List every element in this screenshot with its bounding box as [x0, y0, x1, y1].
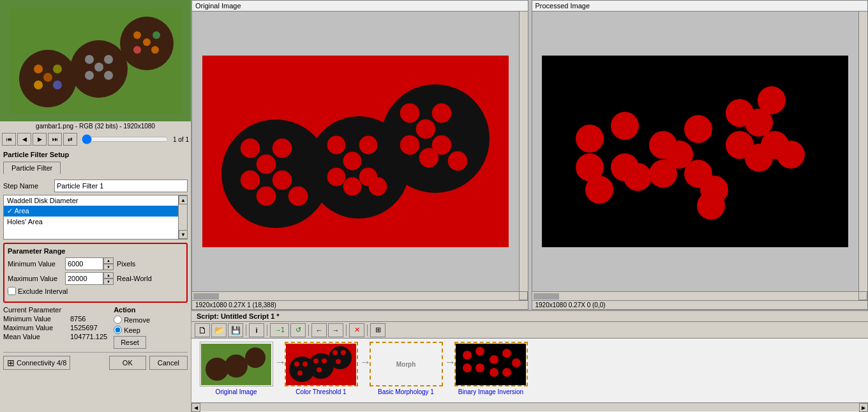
script-item-inversion: Binary Image Inversion — [453, 342, 529, 395]
thumbnail-area — [0, 0, 191, 121]
script-scrollbar-h[interactable]: ◀ ▶ — [191, 402, 868, 411]
script-thumb-threshold — [286, 344, 356, 385]
current-min-row: Minimum Value 8756 — [3, 315, 107, 323]
min-value-input[interactable] — [65, 257, 103, 270]
proc-header: Processed Image — [532, 1, 868, 11]
script-title: Script: — [197, 312, 219, 320]
nav-last-btn[interactable]: ⏭ — [48, 133, 62, 146]
exclude-checkbox[interactable] — [8, 287, 16, 295]
nav-prev-btn[interactable]: ◀ — [17, 133, 31, 146]
thumbnail-canvas — [10, 8, 182, 114]
scroll-left-btn[interactable]: ◀ — [191, 403, 200, 412]
scroll-down-btn[interactable]: ▼ — [179, 230, 188, 239]
current-max-label: Maximum Value — [3, 324, 67, 332]
original-image-panel: Original Image 1920x108 — [191, 0, 528, 310]
current-params: Current Parameter Minimum Value 8756 Max… — [3, 306, 107, 340]
nav-first-btn[interactable]: ⏮ — [2, 133, 16, 146]
remove-radio[interactable] — [114, 316, 122, 324]
save-script-btn[interactable]: 💾 — [228, 323, 243, 337]
orig-header: Original Image — [192, 1, 528, 11]
script-tab-name: Untitled Script 1 * — [221, 312, 280, 320]
nav-bar: ⏮ ◀ ▶ ⏭ ⇄ 1 of 1 — [0, 131, 191, 148]
exclude-row: Exclude Interval — [8, 287, 183, 295]
max-spin: ▲ ▼ — [103, 272, 114, 285]
pf-setup-title: Particle Filter Setup — [3, 151, 188, 158]
connectivity-box: ⊞ Connectivity 4/8 — [3, 356, 70, 370]
max-value-input[interactable] — [65, 272, 103, 285]
current-mean-label: Mean Value — [3, 333, 67, 340]
list-items: Waddell Disk Diameter ✓ Area Holes' Area — [4, 195, 187, 227]
back-btn[interactable]: ← — [311, 323, 327, 337]
reset-btn[interactable]: Reset — [114, 336, 146, 349]
step-name-input[interactable] — [54, 179, 188, 192]
max-value-row: Maximum Value ▲ ▼ Real-World — [8, 272, 183, 285]
scroll-track — [179, 204, 187, 230]
info-btn[interactable]: i — [249, 323, 264, 337]
action-right: Action Remove Keep Reset — [114, 306, 150, 349]
forward-btn[interactable]: → — [328, 323, 343, 337]
script-header: Script: Untitled Script 1 * — [191, 311, 868, 322]
particle-filter-tab[interactable]: Particle Filter — [3, 162, 61, 174]
scroll-right-btn[interactable]: ▶ — [859, 403, 868, 412]
max-spin-down[interactable]: ▼ — [103, 278, 114, 285]
ok-btn[interactable]: OK — [109, 356, 146, 370]
delete-btn[interactable]: ✕ — [349, 323, 364, 337]
script-item-original-box[interactable] — [200, 342, 273, 386]
exclude-label: Exclude Interval — [18, 287, 68, 295]
tool-sep1 — [246, 324, 246, 336]
tool-sep5 — [367, 324, 368, 336]
nav-swap-btn[interactable]: ⇄ — [63, 133, 77, 146]
max-spin-up[interactable]: ▲ — [103, 272, 114, 278]
center-area: Original Image 1920x108 — [191, 0, 868, 412]
orig-scroll-thumb — [193, 293, 219, 300]
min-spin: ▲ ▼ — [103, 257, 114, 270]
measurement-list: Waddell Disk Diameter ✓ Area Holes' Area… — [3, 195, 188, 240]
grid-btn[interactable]: ⊞ — [370, 323, 385, 337]
proc-scrollbar-v[interactable] — [858, 11, 867, 291]
nav-next-btn[interactable]: ▶ — [33, 133, 47, 146]
tool-sep2 — [267, 324, 267, 336]
original-canvas — [202, 56, 509, 247]
new-script-btn[interactable]: 🗋 — [195, 323, 210, 337]
step1-btn[interactable]: →1 — [270, 323, 289, 337]
left-panel: gambar1.png - RGB (32 bits) - 1920x1080 … — [0, 0, 191, 412]
orig-scrollbar-h[interactable] — [192, 291, 519, 300]
scroll-up-btn[interactable]: ▲ — [179, 195, 188, 204]
keep-radio[interactable] — [114, 326, 122, 334]
param-range-box: Parameter Range Minimum Value ▲ ▼ Pixels… — [3, 243, 188, 303]
orig-scrollbar-v[interactable] — [519, 11, 528, 291]
top-area: gambar1.png - RGB (32 bits) - 1920x1080 … — [0, 0, 868, 412]
min-spin-up[interactable]: ▲ — [103, 257, 114, 264]
script-item-inversion-box[interactable] — [454, 342, 528, 386]
list-scrollbar: ▲ ▼ — [178, 195, 187, 239]
max-value-label: Maximum Value — [8, 275, 65, 282]
proc-scroll-corner — [858, 291, 867, 300]
script-item-threshold-box[interactable] — [285, 342, 358, 386]
script-item-threshold: Color Threshold 1 — [283, 342, 359, 395]
script-thumb-inversion — [456, 344, 526, 385]
image-canvas-area: Original Image 1920x108 — [191, 0, 868, 310]
list-item-area[interactable]: ✓ Area — [4, 206, 178, 217]
orig-content-wrap — [192, 11, 528, 291]
script-item-morphology-box[interactable]: Morph — [370, 342, 443, 386]
cancel-btn[interactable]: Cancel — [149, 356, 188, 370]
script-toolbar: 🗋 📂 💾 i →1 ↺ ← → ✕ ⊞ — [191, 322, 868, 339]
tab-bar: Particle Filter — [3, 162, 188, 174]
open-script-btn[interactable]: 📂 — [211, 323, 227, 337]
proc-content-wrap — [532, 11, 868, 291]
script-item-morphology: Morph Basic Morphology 1 — [368, 342, 444, 395]
scroll-track-h — [200, 403, 859, 411]
nav-slider[interactable] — [82, 134, 168, 144]
proc-bottom — [532, 291, 868, 300]
min-spin-down[interactable]: ▼ — [103, 264, 114, 270]
current-max-row: Maximum Value 1525697 — [3, 324, 107, 332]
param-range-title: Parameter Range — [8, 247, 183, 255]
list-item-holes-area[interactable]: Holes' Area — [4, 217, 178, 227]
remove-label: Remove — [124, 316, 150, 324]
min-value-label: Minimum Value — [8, 260, 65, 268]
proc-scrollbar-h[interactable] — [532, 291, 859, 300]
pf-setup: Particle Filter Setup Particle Filter St… — [0, 148, 191, 412]
list-item-waddell[interactable]: Waddell Disk Diameter — [4, 195, 178, 206]
current-mean-value: 104771.125 — [70, 333, 107, 340]
refresh-btn[interactable]: ↺ — [290, 323, 306, 337]
